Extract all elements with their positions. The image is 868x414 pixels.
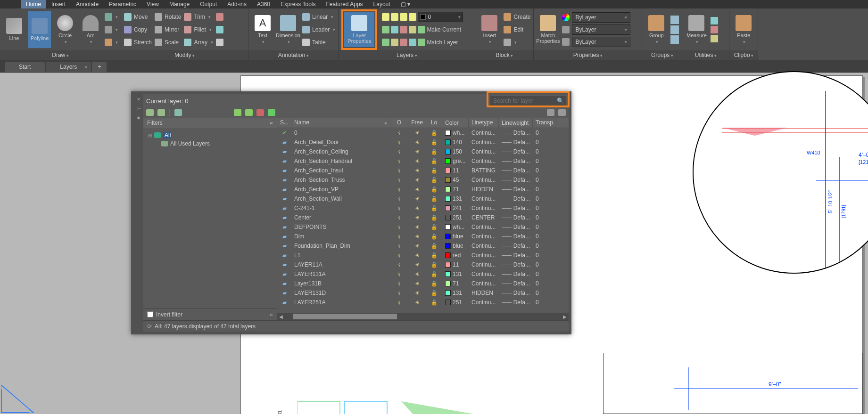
layer-row[interactable]: ✔0♀☀🔓wh...Continu...Defa...0 bbox=[277, 128, 569, 138]
filters-collapse-icon[interactable]: « bbox=[270, 120, 273, 126]
draw-misc-3[interactable]: ▾ bbox=[105, 37, 118, 48]
layer-row[interactable]: ▰Arch_Detail_Door♀☀🔓140Continu...Defa...… bbox=[277, 138, 569, 147]
circle-button[interactable]: Circle▾ bbox=[54, 11, 76, 48]
util-ico3[interactable] bbox=[711, 35, 718, 42]
layer-row[interactable]: ▰Foundation_Plan_Dim♀☀🔓blueContinu...Def… bbox=[277, 241, 569, 251]
line-button[interactable]: Line bbox=[3, 11, 25, 48]
stretch-button[interactable]: Stretch bbox=[124, 37, 152, 48]
set-current-icon[interactable] bbox=[268, 109, 275, 116]
trim-button[interactable]: Trim▾ bbox=[184, 11, 213, 23]
horizontal-scrollbar[interactable]: ◀▶ bbox=[277, 313, 569, 320]
new-layer-icon[interactable] bbox=[234, 109, 241, 116]
draw-misc-1[interactable]: ▾ bbox=[105, 11, 118, 23]
layer-row[interactable]: ▰LAYER11A♀☀🔓11Continu...Defa...0 bbox=[277, 260, 569, 269]
layer-row[interactable]: ▰Arch_Section_Insul♀☀🔓11BATTINGDefa...0 bbox=[277, 166, 569, 175]
col-lineweight[interactable]: Lineweight bbox=[499, 118, 533, 128]
invert-collapse-icon[interactable]: « bbox=[270, 311, 273, 318]
layer-row[interactable]: ▰Center♀☀🔓251CENTERDefa...0 bbox=[277, 213, 569, 222]
util-ico2[interactable] bbox=[711, 26, 718, 33]
arc-button[interactable]: Arc▾ bbox=[79, 11, 102, 48]
layer-row[interactable]: ▰LAYER131A♀☀🔓131Continu...Defa...0 bbox=[277, 269, 569, 279]
prop-linetype[interactable]: ByLayer▾ bbox=[562, 36, 630, 48]
panel-props-label[interactable]: Properties bbox=[534, 50, 642, 60]
col-lock[interactable]: Lo bbox=[426, 118, 442, 128]
col-freeze[interactable]: Free bbox=[408, 118, 426, 128]
refresh-icon[interactable] bbox=[547, 109, 554, 116]
dimension-button[interactable]: Dimension▾ bbox=[277, 11, 299, 48]
col-on[interactable]: O bbox=[390, 118, 408, 128]
layer-row[interactable]: ▰Dim♀☀🔓blueContinu...Defa...0 bbox=[277, 232, 569, 241]
layer-row[interactable]: ▰Arch_Section_Wall♀☀🔓131Continu...Defa..… bbox=[277, 194, 569, 203]
rotate-button[interactable]: Rotate bbox=[155, 11, 181, 23]
draw-misc-2[interactable]: ▾ bbox=[105, 24, 118, 35]
close-icon[interactable]: × bbox=[84, 64, 87, 70]
palette-menu-icon[interactable]: ✶ bbox=[136, 115, 141, 122]
col-name[interactable]: Name▴ bbox=[291, 118, 390, 128]
menu-tab-featured[interactable]: Featured Apps bbox=[322, 0, 368, 8]
invert-filter-checkbox[interactable] bbox=[147, 311, 153, 317]
layer-row[interactable]: ▰Arch_Section_VP♀☀🔓71HIDDENDefa...0 bbox=[277, 185, 569, 194]
layer-row[interactable]: ▰Arch_Section_Ceiling♀☀🔓150Continu...Def… bbox=[277, 147, 569, 156]
group-ico2[interactable] bbox=[670, 25, 679, 34]
menu-tab-express[interactable]: Express Tools bbox=[276, 0, 320, 8]
block-misc[interactable]: ▾ bbox=[504, 37, 530, 48]
paste-button[interactable]: Paste▾ bbox=[732, 11, 755, 48]
mirror-button[interactable]: Mirror bbox=[155, 24, 181, 35]
col-transparency[interactable]: Transp... bbox=[533, 118, 555, 128]
panel-util-label[interactable]: Utilities bbox=[682, 50, 729, 60]
panel-layers-label[interactable]: Layers bbox=[339, 50, 475, 60]
layer-row[interactable]: ▰Arch_Section_Truss♀☀🔓45Continu...Defa..… bbox=[277, 175, 569, 185]
layer-tools-row[interactable]: Make Current bbox=[382, 24, 463, 35]
linear-button[interactable]: Linear▾ bbox=[302, 11, 335, 23]
prop-lineweight[interactable]: ByLayer▾ bbox=[562, 24, 630, 35]
insert-button[interactable]: Insert▾ bbox=[478, 11, 501, 48]
layer-search-input[interactable] bbox=[490, 96, 566, 106]
grid-body[interactable]: ✔0♀☀🔓wh...Continu...Defa...0▰Arch_Detail… bbox=[277, 128, 569, 313]
modify-misc-2[interactable] bbox=[216, 24, 223, 35]
panel-clip-label[interactable]: Clipbo bbox=[729, 50, 758, 60]
copy-button[interactable]: Copy bbox=[124, 24, 152, 35]
measure-button[interactable]: Measure▾ bbox=[685, 11, 708, 48]
layer-state-toggles[interactable]: 0▾ bbox=[382, 11, 463, 23]
create-button[interactable]: Create bbox=[504, 11, 530, 23]
move-button[interactable]: Move bbox=[124, 11, 152, 23]
group-ico3[interactable] bbox=[670, 35, 679, 44]
new-property-filter-icon[interactable] bbox=[146, 109, 154, 116]
new-group-filter-icon[interactable] bbox=[157, 109, 165, 116]
palette-autohide-icon[interactable]: ⊩ bbox=[136, 106, 141, 112]
layer-row[interactable]: ▰Layer131B♀☀🔓71Continu...Defa...0 bbox=[277, 279, 569, 288]
group-button[interactable]: Group▾ bbox=[645, 11, 668, 48]
new-layer-vp-icon[interactable] bbox=[245, 109, 253, 116]
menu-tab-layout[interactable]: Layout bbox=[369, 0, 395, 8]
panel-draw-label[interactable]: Draw bbox=[0, 50, 121, 60]
layer-row[interactable]: ▰Arch_Section_Handrail♀☀🔓gre...Continu..… bbox=[277, 156, 569, 166]
array-button[interactable]: Array▾ bbox=[184, 37, 213, 48]
menu-tab-output[interactable]: Output bbox=[195, 0, 222, 8]
table-button[interactable]: Table bbox=[302, 37, 335, 48]
layer-row[interactable]: ▰LAYER131D♀☀🔓131HIDDENDefa...0 bbox=[277, 288, 569, 298]
col-color[interactable]: Color bbox=[442, 118, 469, 128]
layer-properties-button[interactable]: Layer Properties bbox=[344, 12, 374, 47]
polyline-button[interactable]: Polyline bbox=[28, 11, 51, 48]
menu-tab-home[interactable]: Home bbox=[21, 0, 46, 8]
col-linetype[interactable]: Linetype bbox=[469, 118, 499, 128]
modify-misc-1[interactable] bbox=[216, 11, 223, 23]
edit-button[interactable]: Edit bbox=[504, 24, 530, 35]
panel-annot-label[interactable]: Annotation bbox=[248, 50, 338, 60]
modify-misc-3[interactable] bbox=[216, 37, 223, 48]
leader-button[interactable]: Leader▾ bbox=[302, 24, 335, 35]
file-tab-start[interactable]: Start bbox=[5, 62, 45, 72]
menu-overflow[interactable]: ▢ ▾ bbox=[396, 0, 415, 8]
layer-row[interactable]: ▰DEFPOINTS♀☀🔓wh...Continu...Defa...0 bbox=[277, 222, 569, 232]
search-icon[interactable]: 🔍 bbox=[557, 97, 564, 104]
menu-tab-a360[interactable]: A360 bbox=[252, 0, 275, 8]
menu-tab-view[interactable]: View bbox=[142, 0, 164, 8]
layer-row[interactable]: ▰L1♀☀🔓redContinu...Defa...0 bbox=[277, 251, 569, 260]
palette-close-icon[interactable]: × bbox=[137, 96, 140, 103]
scale-button[interactable]: Scale bbox=[155, 37, 181, 48]
fillet-button[interactable]: Fillet▾ bbox=[184, 24, 213, 35]
menu-tab-annotate[interactable]: Annotate bbox=[71, 0, 103, 8]
current-layer-combo[interactable]: 0▾ bbox=[418, 12, 463, 22]
file-tab-layers[interactable]: Layers× bbox=[46, 62, 91, 72]
delete-layer-icon[interactable] bbox=[256, 109, 264, 116]
